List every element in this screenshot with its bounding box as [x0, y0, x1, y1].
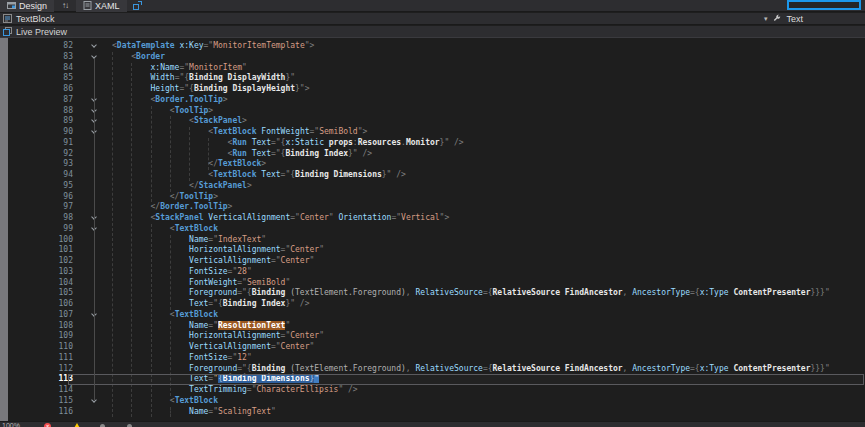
- tab-xaml[interactable]: XAML: [76, 0, 127, 12]
- code-line[interactable]: 95 </StackPanel>: [0, 181, 865, 192]
- fold-margin: [73, 310, 112, 321]
- code-line[interactable]: 85 Width="{Binding DisplayWidth}": [0, 73, 865, 84]
- line-number[interactable]: 84: [8, 63, 73, 74]
- line-number[interactable]: 97: [8, 202, 73, 213]
- line-number[interactable]: 96: [8, 192, 73, 203]
- code-line[interactable]: 103 FontSize="28": [0, 267, 865, 278]
- fold-chevron-icon[interactable]: [91, 53, 97, 59]
- line-number[interactable]: 87: [8, 95, 73, 106]
- line-number[interactable]: 107: [8, 310, 73, 321]
- code-line[interactable]: 106 Text="{Binding Index}" />: [0, 299, 865, 310]
- code-text: FontSize="28": [112, 267, 252, 278]
- line-number[interactable]: 106: [8, 299, 73, 310]
- line-number[interactable]: 104: [8, 278, 73, 289]
- code-text: FontSize="12": [112, 353, 252, 364]
- line-number[interactable]: 82: [8, 41, 73, 52]
- fold-margin: [73, 385, 112, 396]
- line-number[interactable]: 112: [8, 364, 73, 375]
- line-number[interactable]: 83: [8, 52, 73, 63]
- code-line[interactable]: 112 Foreground="{Binding (TextElement.Fo…: [0, 364, 865, 375]
- code-line[interactable]: 114 TextTrimming="CharacterEllipsis" />: [0, 385, 865, 396]
- code-line[interactable]: 100 Name="IndexText": [0, 235, 865, 246]
- code-line[interactable]: 96 </ToolTip>: [0, 192, 865, 203]
- code-text: <Run Text="{x:Static props:Resources.Mon…: [112, 138, 464, 149]
- code-line[interactable]: 98 <StackPanel VerticalAlignment="Center…: [0, 213, 865, 224]
- popout-icon[interactable]: [133, 1, 142, 10]
- code-line[interactable]: 87 <Border.ToolTip>: [0, 95, 865, 106]
- line-number[interactable]: 102: [8, 256, 73, 267]
- code-line[interactable]: 86 Height="{Binding DisplayHeight}">: [0, 84, 865, 95]
- line-number[interactable]: 88: [8, 106, 73, 117]
- code-line[interactable]: 111 FontSize="12": [0, 353, 865, 364]
- line-number[interactable]: 89: [8, 116, 73, 127]
- line-number[interactable]: 110: [8, 342, 73, 353]
- fold-margin: [73, 245, 112, 256]
- code-line[interactable]: 99 <TextBlock: [0, 224, 865, 235]
- code-line[interactable]: 97 </Border.ToolTip>: [0, 202, 865, 213]
- line-number[interactable]: 111: [8, 353, 73, 364]
- fold-margin: [73, 321, 112, 332]
- code-line[interactable]: 115 <TextBlock: [0, 396, 865, 407]
- code-line[interactable]: 82<DataTemplate x:Key="MonitorItemTempla…: [0, 41, 865, 52]
- line-number[interactable]: 100: [8, 235, 73, 246]
- code-line[interactable]: 84 x:Name="MonitorItem": [0, 63, 865, 74]
- warning-icon[interactable]: [73, 423, 81, 427]
- fold-margin: [73, 116, 112, 127]
- swap-panes-icon[interactable]: ↑↓: [54, 1, 76, 10]
- code-line[interactable]: 88 <ToolTip>: [0, 106, 865, 117]
- code-text: <Border: [112, 52, 165, 63]
- tab-design[interactable]: Design: [0, 0, 54, 12]
- line-number[interactable]: 99: [8, 224, 73, 235]
- code-line[interactable]: 89 <StackPanel>: [0, 116, 865, 127]
- line-number[interactable]: 90: [8, 127, 73, 138]
- line-number[interactable]: 95: [8, 181, 73, 192]
- code-line[interactable]: 107 <TextBlock: [0, 310, 865, 321]
- fold-margin: [73, 299, 112, 310]
- code-text: <Run Text="{Binding Index}" />: [112, 149, 372, 160]
- chevron-down-icon[interactable]: ▾: [764, 15, 768, 23]
- code-line[interactable]: 101 HorizontalAlignment="Center": [0, 245, 865, 256]
- line-number[interactable]: 86: [8, 84, 73, 95]
- code-line[interactable]: 108 Name="ResolutionText": [0, 321, 865, 332]
- line-number[interactable]: 116: [8, 407, 73, 418]
- line-number[interactable]: 91: [8, 138, 73, 149]
- code-line[interactable]: 102 VerticalAlignment="Center": [0, 256, 865, 267]
- line-number[interactable]: 114: [8, 385, 73, 396]
- line-number[interactable]: 103: [8, 267, 73, 278]
- line-number[interactable]: 93: [8, 159, 73, 170]
- line-number[interactable]: 108: [8, 321, 73, 332]
- line-number[interactable]: 92: [8, 149, 73, 160]
- line-number[interactable]: 101: [8, 245, 73, 256]
- line-number[interactable]: 94: [8, 170, 73, 181]
- breadcrumb-property[interactable]: Text: [786, 14, 803, 24]
- code-editor[interactable]: 82<DataTemplate x:Key="MonitorItemTempla…: [0, 38, 865, 421]
- code-line[interactable]: 116 Name="ScalingText": [0, 407, 865, 418]
- code-line[interactable]: 105 Foreground="{Binding (TextElement.Fo…: [0, 288, 865, 299]
- code-line[interactable]: 91 <Run Text="{x:Static props:Resources.…: [0, 138, 865, 149]
- code-line[interactable]: 83 <Border: [0, 52, 865, 63]
- code-line[interactable]: 92 <Run Text="{Binding Index}" />: [0, 149, 865, 160]
- code-text: <StackPanel>: [112, 116, 247, 127]
- line-number[interactable]: 113: [8, 374, 73, 385]
- code-line[interactable]: 104 FontWeight="SemiBold": [0, 278, 865, 289]
- code-line[interactable]: 110 VerticalAlignment="Center": [0, 342, 865, 353]
- line-number[interactable]: 98: [8, 213, 73, 224]
- zoom-level-control[interactable]: 100%: [2, 422, 20, 427]
- line-number[interactable]: 109: [8, 331, 73, 342]
- fold-margin: [73, 149, 112, 160]
- focused-element-outline: [787, 0, 861, 10]
- fold-margin: [73, 106, 112, 117]
- live-preview-tab[interactable]: Live Preview: [0, 26, 865, 38]
- code-line[interactable]: 93 </TextBlock>: [0, 159, 865, 170]
- error-icon[interactable]: ✕: [44, 423, 51, 427]
- code-text: Text="{Binding Index}" />: [112, 299, 310, 310]
- code-line[interactable]: 109 HorizontalAlignment="Center": [0, 331, 865, 342]
- line-number[interactable]: 115: [8, 396, 73, 407]
- breadcrumb-element[interactable]: TextBlock: [0, 14, 55, 24]
- code-line[interactable]: 90 <TextBlock FontWeight="SemiBold">: [0, 127, 865, 138]
- code-text: x:Name="MonitorItem": [112, 63, 247, 74]
- fold-chevron-icon[interactable]: [91, 42, 97, 48]
- code-line[interactable]: 94 <TextBlock Text="{Binding Dimensions}…: [0, 170, 865, 181]
- line-number[interactable]: 85: [8, 73, 73, 84]
- line-number[interactable]: 105: [8, 288, 73, 299]
